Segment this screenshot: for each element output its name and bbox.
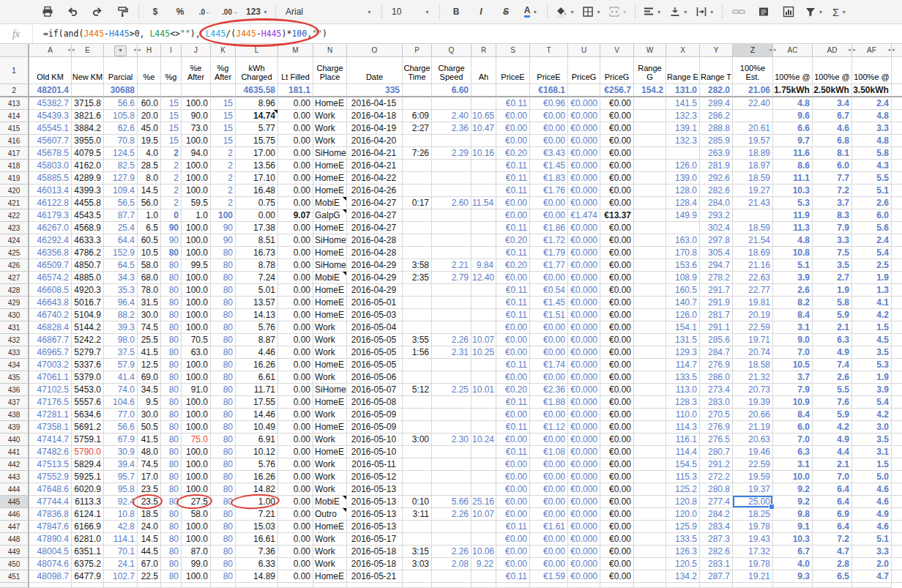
cell[interactable]: €0.00 [496,135,530,147]
cell[interactable]: 276.5 [700,433,733,446]
cell[interactable]: €0.00 [600,309,634,321]
cell[interactable]: 2016-04-21 [347,160,403,172]
cell[interactable]: 2.79 [432,272,471,284]
cell[interactable]: 2016-05-05 [347,346,403,359]
cell[interactable]: €0.00 [496,471,530,483]
cell[interactable]: 45885.5 [29,172,72,185]
cell[interactable]: 16.61 [236,533,278,546]
cell[interactable]: 2016-04-27 [347,222,403,234]
cell[interactable]: 283.0 [700,396,733,409]
cell[interactable]: 3955.0 [72,135,104,147]
cell[interactable] [432,359,471,371]
cell[interactable]: 20.0 [138,110,161,122]
cell[interactable] [471,97,496,110]
cell[interactable]: €0.20 [496,384,530,396]
cell[interactable]: €0.000 [568,234,600,247]
cell[interactable] [403,521,432,533]
cell[interactable]: 6281.0 [72,533,104,546]
cell[interactable]: 0.00 [278,172,313,185]
cell[interactable]: 8.6 [773,160,813,172]
cell[interactable]: Work [313,371,347,384]
cell[interactable] [403,458,432,471]
cell[interactable]: 22.40 [733,97,773,110]
column-header-U[interactable]: U [568,44,600,57]
cell[interactable]: €0.000 [568,458,600,471]
cell[interactable]: 7.0 [773,433,813,446]
cell[interactable] [634,446,666,458]
cell[interactable] [471,396,496,409]
cell[interactable]: 2.1 [813,458,852,471]
fill-color-button[interactable]: ▼ [553,3,577,21]
cell[interactable]: 6375.2 [72,558,104,570]
cell[interactable]: 1.5 [852,458,892,471]
cell[interactable]: 0.00 [278,359,313,371]
cell[interactable]: 4850.7 [72,259,104,272]
cell[interactable]: 46292.4 [29,234,72,247]
cell[interactable]: 47414.7 [29,433,72,446]
cell[interactable]: €0.00 [600,222,634,234]
cell[interactable] [634,546,666,558]
cell[interactable]: 9.3 [773,570,813,583]
cell[interactable] [403,234,432,247]
cell[interactable]: 80 [161,508,182,521]
cell[interactable]: 80 [211,371,236,384]
cell[interactable] [403,570,432,583]
column-header-V[interactable]: V [600,44,634,57]
cell[interactable]: 2.25 [432,384,471,396]
cell[interactable]: 1.00 [236,496,278,508]
cell[interactable]: 80 [211,272,236,284]
cell[interactable]: 31.5 [138,297,161,309]
cell[interactable]: €1.51 [530,309,568,321]
cell[interactable]: 131.5 [666,334,700,346]
cell[interactable]: 5.5 [813,384,852,396]
hidden-columns-icon[interactable]: ◄ [847,44,851,56]
cell[interactable]: HomeE [313,421,347,433]
borders-button[interactable]: ▼ [580,3,603,21]
cell[interactable]: 5.6 [852,222,892,234]
row-header-440[interactable]: 440 [0,433,29,446]
italic-button[interactable]: I [470,3,492,21]
cell[interactable]: 46509.7 [29,259,72,272]
cell[interactable]: 5.3 [852,359,892,371]
cell[interactable]: 4.2 [852,309,892,321]
cell[interactable]: €0.000 [568,321,600,334]
cell[interactable]: 128.0 [666,185,700,197]
row-header-441[interactable]: 441 [0,446,29,458]
cell[interactable]: 100.0 [182,297,211,309]
cell[interactable]: 80 [211,309,236,321]
cell[interactable]: 2.36 [432,122,471,135]
cell[interactable]: 99.5 [182,259,211,272]
cell[interactable]: 80 [161,521,182,533]
cell[interactable]: 4455.8 [72,197,104,209]
cell[interactable]: €0.00 [530,558,568,570]
cell[interactable]: SiHome [313,147,347,160]
row-header-447[interactable]: 447 [0,521,29,533]
cell[interactable]: 4.8 [773,234,813,247]
row-header-426[interactable]: 426 [0,259,29,272]
cell[interactable] [471,185,496,197]
cell[interactable]: 19.71 [733,334,773,346]
cell[interactable]: 2016-05-05 [347,359,403,371]
cell[interactable]: 0.00 [278,384,313,396]
cell[interactable]: 5.8 [813,297,852,309]
cell[interactable]: €0.00 [600,272,634,284]
cell[interactable]: 2:27 [403,122,432,135]
cell[interactable] [634,359,666,371]
cell[interactable]: 10.24 [471,433,496,446]
cell[interactable]: 125.9 [666,521,700,533]
cell[interactable]: 6.0 [773,421,813,433]
cell[interactable]: 2 [161,160,182,172]
cell[interactable]: €0.00 [600,533,634,546]
cell[interactable]: 282.0 [700,84,733,97]
cell[interactable]: 46122.8 [29,197,72,209]
cell[interactable]: 100.0 [182,371,211,384]
cell[interactable]: €0.11 [496,185,530,197]
hidden-columns-icon[interactable]: ◄ [887,44,891,56]
cell[interactable]: €13.37 [600,209,634,222]
cell[interactable]: 3.3 [813,234,852,247]
cell[interactable]: 2016-05-13 [347,521,403,533]
cell[interactable]: 12.5 [138,359,161,371]
cell[interactable]: 2016-04-28 [347,234,403,247]
cell[interactable]: 1.9 [852,272,892,284]
cell[interactable]: 291.7 [700,284,733,297]
